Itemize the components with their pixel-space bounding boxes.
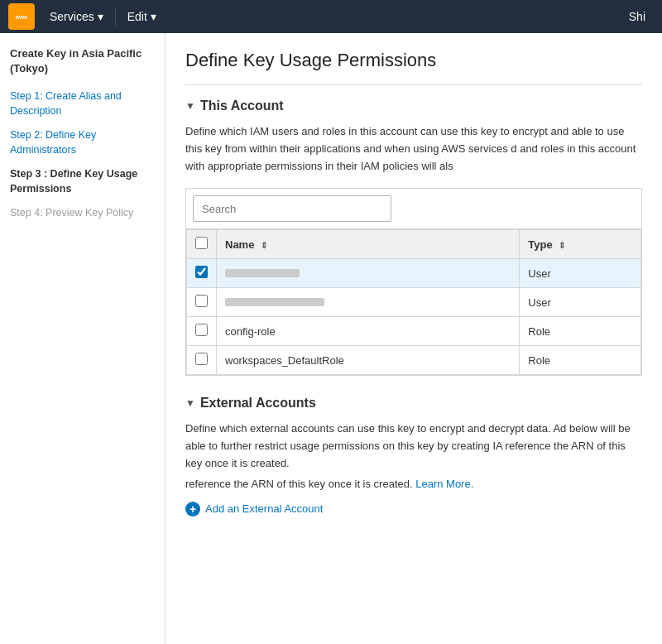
users-table: Name ⇕ Type ⇕ <box>186 229 641 375</box>
table-row: config-role Role <box>187 317 641 346</box>
row3-checkbox[interactable] <box>195 324 208 336</box>
external-accounts-section: ▼ External Accounts Define which externa… <box>185 396 642 516</box>
nav-separator <box>115 7 116 26</box>
type-sort-icon: ⇕ <box>559 241 565 250</box>
step2-link[interactable]: Step 2: Define Key Administrators <box>10 129 96 156</box>
services-menu[interactable]: Services ▾ <box>41 0 112 33</box>
row2-name-redacted <box>225 298 324 306</box>
sidebar-step-3: Step 3 : Define Key Usage Permissions <box>10 167 155 196</box>
users-table-wrapper: Name ⇕ Type ⇕ <box>185 229 642 376</box>
row4-checkbox[interactable] <box>195 353 208 365</box>
aws-logo: aws <box>8 3 35 30</box>
row2-type-cell: User <box>520 288 641 317</box>
sidebar-step-1: Step 1: Create Alias and Description <box>10 89 155 118</box>
step1-link[interactable]: Step 1: Create Alias and Description <box>10 90 122 117</box>
sidebar-step-4: Step 4: Preview Key Policy <box>10 206 155 221</box>
sidebar-title: Create Key in Asia Pacific (Tokyo) <box>10 46 155 76</box>
row1-type-cell: User <box>520 259 641 288</box>
sidebar: Create Key in Asia Pacific (Tokyo) Step … <box>0 33 166 644</box>
services-dropdown-icon: ▾ <box>98 10 103 23</box>
edit-menu[interactable]: Edit ▾ <box>119 0 165 33</box>
row4-name-cell: workspaces_DefaultRole <box>217 346 520 375</box>
select-all-checkbox[interactable] <box>195 237 208 249</box>
table-row: User <box>187 288 641 317</box>
row2-name-cell <box>217 288 520 317</box>
external-accounts-title: External Accounts <box>200 396 316 411</box>
add-icon: + <box>185 502 200 517</box>
header-type[interactable]: Type ⇕ <box>520 230 641 259</box>
external-accounts-desc-2: reference the ARN of this key once it is… <box>185 476 642 493</box>
row4-checkbox-cell <box>187 346 217 375</box>
row2-checkbox[interactable] <box>195 295 208 307</box>
this-account-section-header[interactable]: ▼ This Account <box>185 99 642 113</box>
search-input[interactable] <box>193 195 391 222</box>
user-menu[interactable]: Shi <box>621 0 654 33</box>
step3-label: Step 3 : Define Key Usage Permissions <box>10 168 137 195</box>
this-account-description: Define which IAM users and roles in this… <box>185 123 642 175</box>
top-navigation: aws Services ▾ Edit ▾ Shi <box>0 0 662 33</box>
svg-text:aws: aws <box>16 13 29 21</box>
title-divider <box>185 84 642 85</box>
sidebar-step-2: Step 2: Define Key Administrators <box>10 128 155 157</box>
row1-checkbox[interactable] <box>195 266 208 278</box>
row2-checkbox-cell <box>187 288 217 317</box>
add-external-label: Add an External Account <box>205 502 323 515</box>
row4-type-cell: Role <box>520 346 641 375</box>
row1-name-cell <box>217 259 520 288</box>
header-checkbox-cell <box>187 230 217 259</box>
name-sort-icon: ⇕ <box>261 241 267 250</box>
learn-more-link[interactable]: Learn More. <box>415 478 473 490</box>
table-row: workspaces_DefaultRole Role <box>187 346 641 375</box>
this-account-title: This Account <box>200 99 284 113</box>
edit-dropdown-icon: ▾ <box>151 10 156 23</box>
add-external-account-button[interactable]: + Add an External Account <box>185 502 323 517</box>
external-accounts-description: Define which external accounts can use t… <box>185 421 642 472</box>
row3-checkbox-cell <box>187 317 217 346</box>
row3-type-cell: Role <box>520 317 641 346</box>
step4-label: Step 4: Preview Key Policy <box>10 207 133 219</box>
main-content: Define Key Usage Permissions ▼ This Acco… <box>166 33 662 644</box>
table-row: User <box>187 259 641 288</box>
row1-checkbox-cell <box>187 259 217 288</box>
external-accounts-header[interactable]: ▼ External Accounts <box>185 396 642 411</box>
external-accounts-chevron-icon: ▼ <box>185 397 195 409</box>
row1-name-redacted <box>225 269 300 277</box>
header-name[interactable]: Name ⇕ <box>217 230 520 259</box>
search-container <box>185 188 642 229</box>
page-layout: Create Key in Asia Pacific (Tokyo) Step … <box>0 33 662 644</box>
page-title: Define Key Usage Permissions <box>185 50 642 71</box>
row3-name-cell: config-role <box>217 317 520 346</box>
table-body: User User <box>187 259 641 375</box>
this-account-chevron-icon: ▼ <box>185 100 195 112</box>
table-header: Name ⇕ Type ⇕ <box>187 230 641 259</box>
